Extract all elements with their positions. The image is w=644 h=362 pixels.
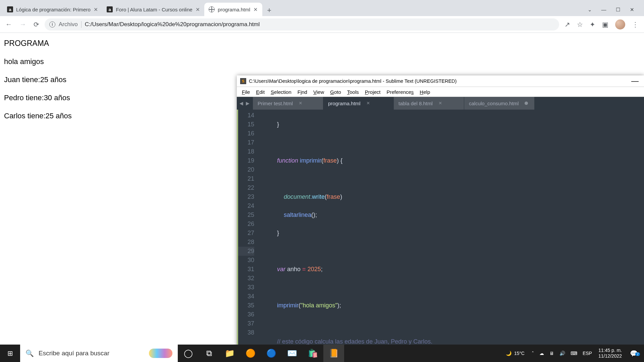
menu-find[interactable]: Find [294, 89, 310, 95]
editor-tab-active[interactable]: programa.html × [323, 97, 394, 110]
browser-tab[interactable]: a Lógica de programación: Primero × [3, 3, 102, 16]
editor-tab-label: tabla del 8.html [398, 101, 433, 106]
taskbar-pinned-apps: ◯ ⧉ 📁 🟠 🔵 ✉️ 🛍️ 📙 [178, 345, 344, 362]
line-number-gutter: 1415161718192021222324252627282930313233… [237, 110, 258, 350]
sublime-menubar: File Edit Selection Find View Goto Tools… [237, 87, 644, 97]
favicon-alura-icon: a [106, 6, 113, 13]
browser-tab-active[interactable]: programa.html × [204, 3, 262, 16]
editor-tab[interactable]: Primer test.html × [253, 97, 323, 110]
action-center-icon[interactable]: 💬2 [627, 350, 641, 357]
site-info-icon[interactable]: i [49, 21, 55, 27]
side-panel-icon[interactable]: ▣ [602, 20, 608, 28]
page-heading: PROGRAMA [4, 39, 640, 48]
chrome-icon[interactable]: 🔵 [261, 345, 282, 362]
close-tab-icon[interactable]: × [253, 6, 258, 13]
cortana-icon[interactable]: ◯ [178, 345, 199, 362]
menu-selection[interactable]: Selection [268, 89, 294, 95]
keyboard-icon[interactable]: ⌨ [569, 351, 579, 356]
menu-goto[interactable]: Goto [327, 89, 344, 95]
search-highlight-icon [149, 349, 172, 358]
share-icon[interactable]: ↗ [565, 20, 570, 28]
system-tray: 🌙 15°C ˄ ☁ 🖥 🔊 ⌨ ESP 11:45 p. m. 11/12/2… [502, 345, 644, 362]
minimap[interactable] [641, 110, 644, 350]
tab-title: Foro | Alura Latam - Cursos online [116, 7, 192, 12]
sublime-minimize-icon[interactable]: — [629, 77, 641, 85]
page-line: hola amigos [4, 57, 640, 66]
weather-temp: 15°C [514, 351, 525, 356]
sublime-editor[interactable]: 1415161718192021222324252627282930313233… [237, 110, 644, 350]
close-window-icon[interactable]: ✕ [629, 7, 635, 13]
menu-file[interactable]: File [239, 89, 253, 95]
menu-project[interactable]: Project [362, 89, 384, 95]
dirty-indicator-icon [525, 102, 528, 105]
bookmark-star-icon[interactable]: ☆ [577, 20, 583, 28]
close-editor-tab-icon[interactable]: × [367, 100, 370, 107]
tab-title: Lógica de programación: Primero [16, 7, 91, 12]
sublime-window: S C:\Users\Mar\Desktop\logica de program… [237, 75, 644, 350]
file-explorer-icon[interactable]: 📁 [219, 345, 240, 362]
search-placeholder: Escribe aquí para buscar [39, 350, 109, 357]
weather-widget[interactable]: 🌙 15°C [502, 351, 528, 356]
menu-preferences[interactable]: Preferences [383, 89, 417, 95]
reload-button[interactable]: ⟳ [32, 19, 41, 30]
browser-icon[interactable]: 🟠 [240, 345, 261, 362]
volume-icon[interactable]: 🔊 [558, 351, 567, 356]
editor-tab[interactable]: tabla del 8.html × [394, 97, 464, 110]
extensions-icon[interactable]: ✦ [590, 20, 595, 28]
url-path: C:/Users/Mar/Desktop/logica%20de%20progr… [85, 21, 260, 28]
store-icon[interactable]: 🛍️ [303, 345, 323, 362]
tab-title: programa.html [218, 7, 250, 12]
browser-tab-strip: a Lógica de programación: Primero × a Fo… [0, 0, 644, 16]
editor-tab-label: programa.html [328, 101, 361, 106]
sublime-titlebar[interactable]: S C:\Users\Mar\Desktop\logica de program… [237, 75, 644, 87]
tab-dropdown-icon[interactable]: ⌄ [586, 7, 593, 13]
close-editor-tab-icon[interactable]: × [439, 100, 442, 107]
close-tab-icon[interactable]: × [93, 6, 99, 13]
clock-date: 11/12/2022 [598, 353, 622, 359]
sublime-taskbar-icon[interactable]: 📙 [323, 345, 344, 362]
menu-view[interactable]: View [310, 89, 327, 95]
maximize-icon[interactable]: ☐ [614, 7, 621, 13]
url-scheme: Archivo [59, 21, 82, 28]
back-button[interactable]: ← [3, 19, 14, 29]
tab-history-nav[interactable]: ◀ ▶ [237, 97, 253, 110]
address-bar[interactable]: i Archivo C:/Users/Mar/Desktop/logica%20… [45, 18, 559, 31]
menu-tools[interactable]: Tools [344, 89, 362, 95]
menu-edit[interactable]: Edit [253, 89, 268, 95]
minimize-icon[interactable]: — [600, 7, 607, 13]
task-view-icon[interactable]: ⧉ [199, 345, 219, 362]
taskbar-search[interactable]: 🔍 Escribe aquí para buscar [20, 345, 178, 362]
search-icon: 🔍 [25, 349, 34, 357]
favicon-globe-icon [208, 6, 215, 13]
toolbar-icons: ↗ ☆ ✦ ▣ ⋮ [562, 19, 641, 29]
browser-tab[interactable]: a Foro | Alura Latam - Cursos online × [102, 3, 204, 16]
mail-icon[interactable]: ✉️ [282, 345, 303, 362]
editor-tab-label: calculo_consumo.html [469, 101, 519, 106]
windows-taskbar: ⊞ 🔍 Escribe aquí para buscar ◯ ⧉ 📁 🟠 🔵 ✉… [0, 345, 644, 362]
sublime-title: C:\Users\Mar\Desktop\logica de programac… [249, 78, 457, 84]
close-tab-icon[interactable]: × [195, 6, 201, 13]
forward-button[interactable]: → [17, 19, 28, 29]
input-language[interactable]: ESP [581, 351, 594, 356]
clock-time: 11:45 p. m. [598, 348, 622, 353]
kebab-menu-icon[interactable]: ⋮ [632, 20, 639, 28]
code-area[interactable]: } function imprimir(frase) { document.wr… [258, 110, 641, 350]
menu-help[interactable]: Help [417, 89, 433, 95]
profile-avatar[interactable] [615, 19, 625, 29]
start-button[interactable]: ⊞ [0, 345, 20, 362]
editor-tab[interactable]: calculo_consumo.html [464, 97, 535, 110]
new-tab-button[interactable]: + [264, 5, 275, 16]
sublime-tab-bar: ◀ ▶ Primer test.html × programa.html × t… [237, 97, 644, 110]
favicon-alura-icon: a [7, 6, 13, 13]
editor-tab-label: Primer test.html [258, 101, 293, 106]
sublime-app-icon: S [240, 78, 246, 84]
weather-icon: 🌙 [506, 351, 512, 356]
onedrive-icon[interactable]: ☁ [538, 351, 546, 356]
window-controls: ⌄ — ☐ ✕ [586, 7, 641, 16]
clock[interactable]: 11:45 p. m. 11/12/2022 [596, 348, 625, 359]
browser-toolbar: ← → ⟳ i Archivo C:/Users/Mar/Desktop/log… [0, 16, 644, 33]
close-editor-tab-icon[interactable]: × [299, 100, 302, 107]
display-icon[interactable]: 🖥 [548, 351, 556, 356]
notification-badge: 2 [635, 352, 640, 356]
tray-expand-icon[interactable]: ˄ [530, 351, 536, 356]
